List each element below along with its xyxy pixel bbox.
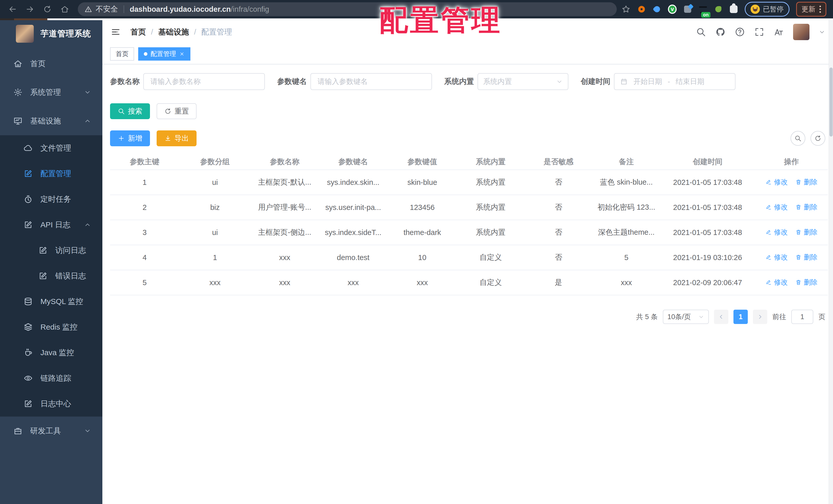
- table-cell: xxx: [318, 270, 388, 295]
- extension-on-badge-icon[interactable]: on: [699, 5, 707, 14]
- page-unit-label: 页: [818, 312, 825, 322]
- bookmark-star-icon[interactable]: [621, 5, 630, 14]
- sidebar-item-job[interactable]: 定时任务: [0, 186, 102, 212]
- refresh-table-button[interactable]: [810, 131, 825, 146]
- tab-home[interactable]: 首页: [110, 47, 134, 60]
- update-button[interactable]: 更新: [796, 2, 826, 17]
- sidebar-item-redis[interactable]: Redis 监控: [0, 314, 102, 340]
- sidebar-item-label: Java 监控: [41, 348, 74, 358]
- sidebar-item-system[interactable]: 系统管理: [0, 78, 102, 107]
- extension-pin-icon[interactable]: [652, 5, 661, 14]
- extension-bluegray-icon[interactable]: [683, 5, 692, 14]
- address-bar[interactable]: 不安全 dashboard.yudao.iocoder.cn/infra/con…: [78, 2, 617, 16]
- sidebar-item-infra[interactable]: 基础设施: [0, 107, 102, 135]
- sidebar-item-label: Redis 监控: [41, 322, 77, 332]
- system-type-select[interactable]: 系统内置: [478, 73, 568, 90]
- forward-button[interactable]: [24, 3, 36, 15]
- table-actions-row: 新增 导出: [110, 130, 825, 146]
- scrollbar-thumb[interactable]: [829, 68, 833, 136]
- date-start-placeholder: 开始日期: [634, 77, 662, 86]
- row-edit-button[interactable]: 修改: [765, 203, 788, 212]
- sidebar: 芋道管理系统 首页系统管理基础设施文件管理配置管理定时任务API 日志访问日志错…: [0, 20, 102, 504]
- param-key-input[interactable]: [310, 73, 432, 90]
- row-edit-button[interactable]: 修改: [765, 177, 788, 187]
- add-button[interactable]: 新增: [110, 130, 150, 146]
- extension-puzzle-icon[interactable]: [729, 5, 738, 14]
- page-content: 参数名称 参数键名 系统内置 系统内置 创建时间: [102, 65, 833, 504]
- home-button[interactable]: [59, 3, 71, 15]
- extension-green-check-icon[interactable]: v: [668, 5, 676, 14]
- reload-button[interactable]: [42, 3, 53, 15]
- page-size-select[interactable]: 10条/页: [663, 310, 709, 324]
- kebab-menu-icon[interactable]: [819, 6, 821, 13]
- sidebar-item-config[interactable]: 配置管理: [0, 161, 102, 186]
- plus-icon: [118, 135, 125, 142]
- current-page-button[interactable]: 1: [734, 310, 748, 324]
- redis-icon: [24, 323, 33, 332]
- sidebar-item-log-center[interactable]: 日志中心: [0, 391, 102, 417]
- sidebar-collapse-button[interactable]: [110, 26, 121, 37]
- editsq-icon: [39, 246, 48, 255]
- goto-label: 前往: [772, 312, 786, 322]
- row-delete-button[interactable]: 删除: [795, 253, 818, 262]
- edit-icon: [765, 254, 772, 260]
- row-delete-button[interactable]: 删除: [795, 228, 818, 237]
- param-name-input[interactable]: [143, 73, 265, 90]
- breadcrumb-item[interactable]: 基础设施: [158, 27, 189, 37]
- app-title: 芋道管理系统: [41, 28, 91, 40]
- table-cell: 初始化密码 123...: [592, 195, 660, 220]
- table-cell: 5: [110, 270, 179, 295]
- sidebar-item-error-log[interactable]: 错误日志: [0, 263, 102, 289]
- row-delete-button[interactable]: 删除: [795, 177, 818, 187]
- extension-orange-icon[interactable]: [637, 5, 646, 14]
- reset-button[interactable]: 重置: [157, 103, 196, 119]
- extension-sprout-icon[interactable]: [714, 5, 723, 14]
- sidebar-item-file[interactable]: 文件管理: [0, 135, 102, 161]
- column-header: 系统内置: [457, 154, 525, 170]
- user-avatar[interactable]: [793, 24, 809, 40]
- tab-config[interactable]: 配置管理: [138, 47, 190, 60]
- row-edit-button[interactable]: 修改: [765, 228, 788, 237]
- next-page-button[interactable]: [753, 310, 767, 324]
- sidebar-item-home[interactable]: 首页: [0, 49, 102, 78]
- search-icon[interactable]: [696, 27, 706, 37]
- prev-page-button[interactable]: [714, 310, 728, 324]
- table-cell: 否: [525, 220, 592, 245]
- help-icon[interactable]: [735, 27, 745, 37]
- app-logo: [16, 25, 34, 43]
- goto-page-input[interactable]: [791, 310, 813, 324]
- breadcrumb-item[interactable]: 首页: [130, 27, 146, 37]
- chevron-down-icon[interactable]: [819, 29, 825, 35]
- toggle-search-button[interactable]: [790, 131, 805, 146]
- table-cell: sys.index.sideT...: [318, 220, 388, 245]
- sidebar-item-java[interactable]: Java 监控: [0, 340, 102, 366]
- sidebar-item-dev-tool[interactable]: 研发工具: [0, 417, 102, 445]
- search-button[interactable]: 搜索: [110, 103, 150, 119]
- back-button[interactable]: [7, 3, 19, 15]
- date-range-picker[interactable]: 开始日期 - 结束日期: [614, 73, 736, 90]
- reset-button-label: 重置: [174, 106, 189, 116]
- row-edit-button[interactable]: 修改: [765, 253, 788, 262]
- delete-icon: [795, 229, 802, 235]
- github-icon[interactable]: [715, 27, 725, 37]
- font-size-icon[interactable]: [774, 27, 784, 37]
- table-cell: 系统内置: [457, 220, 525, 245]
- table-tools: [790, 131, 825, 146]
- row-edit-button[interactable]: 修改: [765, 278, 788, 287]
- refresh-icon: [164, 108, 171, 115]
- table-actions-cell: 修改删除: [755, 245, 828, 270]
- sidebar-item-mysql[interactable]: MySQL 监控: [0, 289, 102, 314]
- fullscreen-icon[interactable]: [754, 27, 764, 37]
- chevron-down-icon: [84, 89, 91, 96]
- table-cell: 1: [110, 170, 179, 195]
- sidebar-item-trace[interactable]: 链路追踪: [0, 366, 102, 391]
- table-cell: skin-blue: [388, 170, 457, 195]
- row-delete-button[interactable]: 删除: [795, 203, 818, 212]
- export-button[interactable]: 导出: [157, 130, 196, 146]
- sidebar-item-api-log[interactable]: API 日志: [0, 212, 102, 237]
- close-icon[interactable]: [179, 51, 185, 57]
- page-scrollbar[interactable]: [829, 20, 833, 504]
- sidebar-item-access-log[interactable]: 访问日志: [0, 237, 102, 263]
- paused-badge[interactable]: 已暂停: [745, 2, 789, 17]
- row-delete-button[interactable]: 删除: [795, 278, 818, 287]
